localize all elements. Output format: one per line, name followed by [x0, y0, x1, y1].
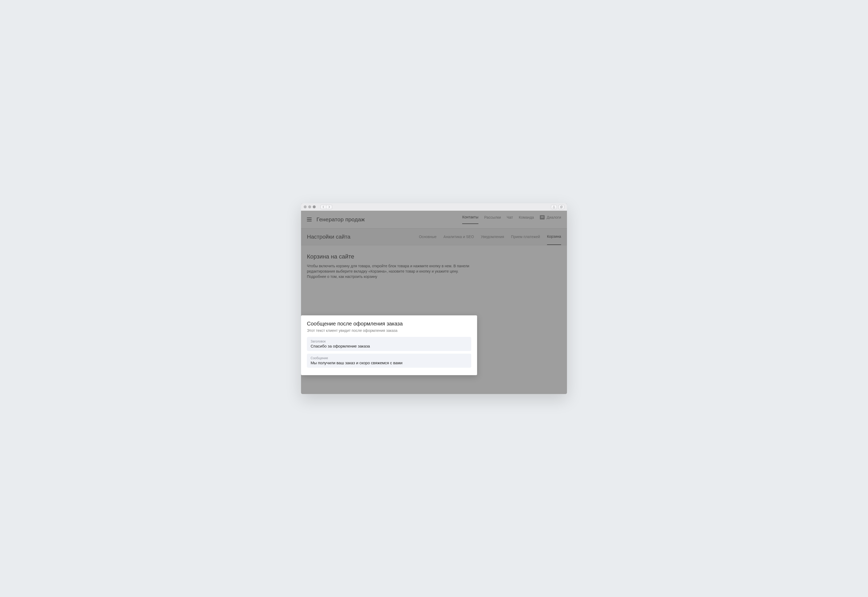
tab-payments[interactable]: Прием платежей [511, 229, 540, 245]
heading-field[interactable]: Заголовок Спасибо за оформление заказа [307, 337, 471, 351]
brand-title: Генератор продаж [316, 216, 365, 223]
section-desc-text: Чтобы включить корзину для товара, откро… [307, 264, 469, 273]
topbar: Генератор продаж Контакты Рассылки Чат К… [301, 211, 567, 228]
heading-field-value: Спасибо за оформление заказа [311, 344, 467, 348]
message-field[interactable]: Сообщение Мы получили ваш заказ и скоро … [307, 353, 471, 368]
minimize-window-icon[interactable] [308, 205, 311, 208]
svg-rect-0 [560, 206, 562, 208]
browser-window: Генератор продаж Контакты Рассылки Чат К… [301, 203, 567, 394]
forward-button[interactable] [326, 205, 332, 209]
menu-icon[interactable] [307, 218, 312, 221]
traffic-lights [304, 205, 316, 208]
share-icon[interactable] [551, 205, 557, 209]
message-field-value: Мы получили ваш заказ и скоро свяжемся с… [311, 361, 467, 365]
tab-cart[interactable]: Корзина [547, 229, 561, 245]
topnav-dialogs-label: Диалоги [547, 215, 561, 220]
topnav-contacts[interactable]: Контакты [462, 215, 478, 224]
topnav-mailings[interactable]: Рассылки [484, 215, 501, 224]
order-confirmation-message-card: Сообщение после оформления заказа Этот т… [301, 315, 477, 375]
learn-more-link[interactable]: Подробнее о том, как настроить корзину [307, 275, 377, 279]
tab-main[interactable]: Основные [419, 229, 436, 245]
page-title: Настройки сайта [307, 233, 350, 240]
chat-icon [540, 215, 545, 220]
topnav-team[interactable]: Команда [519, 215, 534, 224]
tab-analytics-seo[interactable]: Аналитика и SEO [444, 229, 474, 245]
svg-rect-1 [561, 206, 563, 208]
close-window-icon[interactable] [304, 205, 307, 208]
section-title: Корзина на сайте [307, 253, 561, 260]
back-button[interactable] [320, 205, 326, 209]
card-title: Сообщение после оформления заказа [307, 321, 471, 327]
browser-nav-buttons [320, 205, 332, 209]
topnav-dialogs[interactable]: Диалоги [540, 215, 561, 224]
subnav-tabs: Основные Аналитика и SEO Уведомления При… [419, 229, 561, 245]
top-nav: Контакты Рассылки Чат Команда Диалоги [462, 215, 561, 224]
window-titlebar [301, 203, 567, 211]
message-field-label: Сообщение [311, 356, 467, 360]
maximize-window-icon[interactable] [313, 205, 316, 208]
card-description: Этот текст клиент увидит после оформлени… [307, 328, 471, 333]
topnav-chat[interactable]: Чат [507, 215, 513, 224]
tabs-icon[interactable] [558, 205, 564, 209]
subnav-bar: Настройки сайта Основные Аналитика и SEO… [301, 228, 567, 245]
section-description: Чтобы включить корзину для товара, откро… [307, 263, 474, 279]
tab-notifications[interactable]: Уведомления [481, 229, 504, 245]
heading-field-label: Заголовок [311, 340, 467, 343]
